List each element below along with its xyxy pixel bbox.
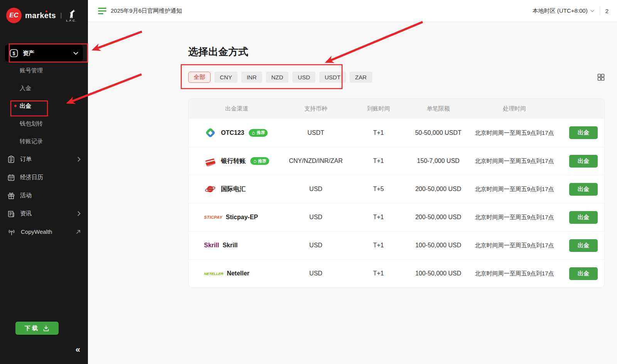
channel-name: 银行转账 <box>221 157 246 165</box>
sidebar-item-copywealth[interactable]: CopyWealth <box>5 223 83 241</box>
processing-time: 北京时间周一至周五9点到17点 <box>470 241 559 250</box>
sidebar-item-label: 出金 <box>20 102 31 110</box>
withdraw-button[interactable]: 出金 <box>569 126 598 139</box>
column-header: 到账时间 <box>347 105 410 112</box>
column-header: 单笔限额 <box>410 105 466 112</box>
sidebar-item-withdraw[interactable]: 出金 <box>5 97 83 115</box>
processing-time: 北京时间周一至周五9点到17点 <box>470 185 559 193</box>
table-row: Skrill Skrill USD T+1 100-50,000 USD 北京时… <box>189 231 604 259</box>
sidebar: EC markets | L.F.C. $ 资产 账号管理 入金 出金 钱包划转… <box>0 0 88 364</box>
badge-label: 推荐 <box>256 130 265 136</box>
limit: 50-50,000 USDT <box>410 129 466 136</box>
table-header-row: 出金渠道 支持币种 到账时间 单笔限额 处理时间 <box>189 99 604 119</box>
arrival-time: T+1 <box>347 158 410 164</box>
topbar-divider <box>600 7 600 15</box>
sidebar-item-label: 转账记录 <box>20 138 43 145</box>
channel-name: Neteller <box>227 270 249 277</box>
brand-logo: EC markets | L.F.C. <box>0 0 88 31</box>
channel-name: OTC123 <box>221 129 244 136</box>
processing-time: 北京时间周一至周五9点到17点 <box>470 213 559 221</box>
collapse-sidebar-icon[interactable]: « <box>76 346 80 354</box>
table-row: OTC123 推荐 USDT T+1 50-50,000 USDT 北京时间周一… <box>189 119 604 147</box>
supported-currency: USD <box>285 186 347 193</box>
sidebar-item-label: 经济日历 <box>20 174 43 181</box>
processing-time: 北京时间周一至周五9点到17点 <box>470 156 559 165</box>
sticpay-logo: STICPAY <box>204 215 222 220</box>
filter-chip-all[interactable]: 全部 <box>188 72 211 83</box>
supported-currency: USD <box>285 270 347 277</box>
maintenance-notice-link[interactable]: 2025年9月6日官网维护通知 <box>111 7 182 15</box>
news-icon <box>7 210 15 218</box>
currency-filter-chips: 全部 CNY INR NZD USD USDT ZAR <box>188 72 372 83</box>
withdraw-button[interactable]: 出金 <box>569 155 598 168</box>
processing-time: 北京时间周一至周五9点到17点 <box>470 128 559 137</box>
external-link-icon <box>76 230 81 234</box>
chevron-right-icon <box>78 157 81 162</box>
limit: 100-50,000 USD <box>410 270 466 277</box>
sidebar-item-label: 资产 <box>23 50 34 57</box>
filter-chip-usdt[interactable]: USDT <box>319 72 346 83</box>
page-title: 选择出金方式 <box>188 45 605 59</box>
arrival-time: T+1 <box>347 214 410 221</box>
withdraw-button[interactable]: 出金 <box>569 183 598 196</box>
thumb-up-icon <box>253 159 257 163</box>
limit: 100-50,000 USD <box>410 242 466 249</box>
sidebar-item-label: 钱包划转 <box>20 120 43 127</box>
arrival-time: T+1 <box>347 129 410 136</box>
sidebar-item-transfer-records[interactable]: 转账记录 <box>5 133 83 150</box>
clock-partial: 2 <box>605 8 609 14</box>
logo-divider: | <box>60 12 62 19</box>
table-row: NETELLER Neteller USD T+1 100-50,000 USD… <box>189 259 604 287</box>
sidebar-item-news[interactable]: 资讯 <box>5 205 83 223</box>
clipboard-icon <box>7 156 15 163</box>
supported-currency: USD <box>285 214 347 221</box>
timezone-selector[interactable]: 本地时区 (UTC+8:00) <box>533 7 588 15</box>
ec-markets-logo-text: markets <box>25 11 56 20</box>
supported-currency: USDT <box>285 129 347 136</box>
sidebar-item-label: CopyWealth <box>21 228 52 235</box>
download-button[interactable]: 下载 <box>15 322 59 335</box>
calendar-icon <box>7 174 15 181</box>
withdraw-button[interactable]: 出金 <box>569 211 598 224</box>
filter-chip-usd[interactable]: USD <box>292 72 315 83</box>
filter-chip-cny[interactable]: CNY <box>214 72 238 83</box>
lfc-logo-text: L.F.C. <box>66 19 76 22</box>
filter-chip-inr[interactable]: INR <box>241 72 262 83</box>
neteller-logo: NETELLER <box>204 272 223 276</box>
sidebar-item-economic-calendar[interactable]: 经济日历 <box>5 168 83 186</box>
sidebar-item-assets[interactable]: $ 资产 <box>5 45 83 62</box>
sidebar-item-account-management[interactable]: 账号管理 <box>5 62 83 79</box>
active-dot-icon <box>14 105 17 107</box>
arrival-time: T+1 <box>347 270 410 277</box>
sidebar-item-label: 资讯 <box>20 210 32 217</box>
download-icon <box>43 325 49 332</box>
chevron-right-icon <box>78 211 81 216</box>
supported-currency: USD <box>285 242 347 249</box>
table-row: 国际电汇 USD T+5 200-50,000 USD 北京时间周一至周五9点到… <box>189 175 604 203</box>
arrival-time: T+5 <box>347 186 410 193</box>
table-row: 银行转账 推荐 CNY/NZD/INR/ZAR T+1 150-7,000 US… <box>189 147 604 175</box>
withdraw-button[interactable]: 出金 <box>569 239 598 252</box>
sidebar-item-label: 订单 <box>20 156 32 163</box>
currency-filter-row: 全部 CNY INR NZD USD USDT ZAR <box>188 72 605 83</box>
bank-transfer-icon <box>204 155 216 167</box>
sidebar-item-activities[interactable]: 活动 <box>5 186 83 205</box>
sidebar-item-orders[interactable]: 订单 <box>5 150 83 168</box>
withdraw-button[interactable]: 出金 <box>569 267 598 280</box>
sidebar-item-label: 活动 <box>20 192 32 199</box>
grid-view-icon[interactable] <box>597 74 605 81</box>
download-button-label: 下载 <box>25 325 39 332</box>
notice-menu-icon[interactable] <box>98 8 106 14</box>
recommended-badge: 推荐 <box>249 129 268 137</box>
sidebar-item-deposit[interactable]: 入金 <box>5 79 83 97</box>
sidebar-item-wallet-transfer[interactable]: 钱包划转 <box>5 115 83 133</box>
lfc-logo: L.F.C. <box>66 9 76 22</box>
filter-chip-zar[interactable]: ZAR <box>350 72 372 83</box>
sidebar-nav: $ 资产 账号管理 入金 出金 钱包划转 转账记录 订单 <box>0 45 88 241</box>
filter-chip-nzd[interactable]: NZD <box>266 72 289 83</box>
arrival-time: T+1 <box>347 242 410 249</box>
caret-down-icon[interactable] <box>590 10 594 12</box>
supported-currency: CNY/NZD/INR/ZAR <box>285 158 347 164</box>
ec-markets-logo-icon: EC <box>6 8 22 23</box>
chevron-down-icon <box>73 52 78 55</box>
